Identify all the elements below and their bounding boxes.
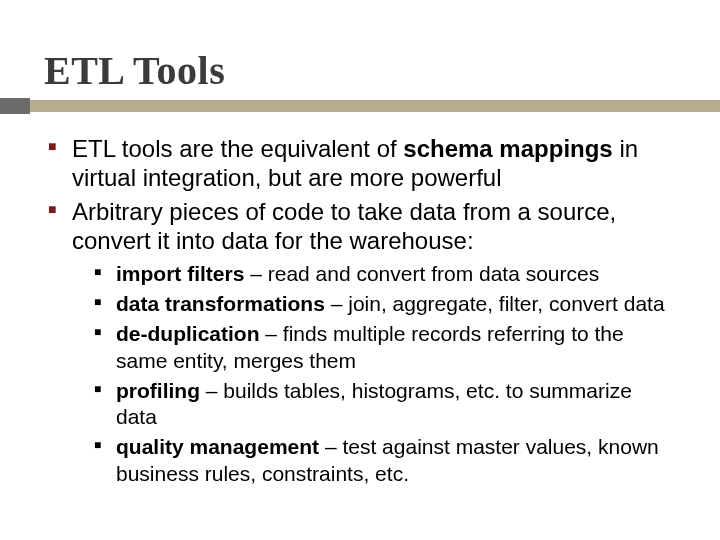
- rule-dark-accent: [0, 98, 30, 114]
- rule-light-bar: [0, 100, 720, 112]
- sub-bullet-bold: profiling: [116, 379, 200, 402]
- sub-bullet-text: – join, aggregate, filter, convert data: [325, 292, 665, 315]
- sub-bullet-text: – read and convert from data sources: [244, 262, 599, 285]
- sub-bullet-item: profiling – builds tables, histograms, e…: [116, 378, 676, 432]
- bullet-list: ETL tools are the equivalent of schema m…: [44, 134, 676, 488]
- sub-bullet-list: import filters – read and convert from d…: [72, 261, 676, 488]
- bullet-item: ETL tools are the equivalent of schema m…: [72, 134, 676, 193]
- sub-bullet-item: quality management – test against master…: [116, 434, 676, 488]
- sub-bullet-bold: data transformations: [116, 292, 325, 315]
- slide-title: ETL Tools: [44, 50, 676, 92]
- sub-bullet-bold: import filters: [116, 262, 244, 285]
- sub-bullet-item: de-duplication – finds multiple records …: [116, 321, 676, 375]
- bullet-text: ETL tools are the equivalent of: [72, 135, 403, 162]
- title-rule: [44, 98, 676, 114]
- slide: ETL Tools ETL tools are the equivalent o…: [0, 0, 720, 540]
- bullet-item: Arbitrary pieces of code to take data fr…: [72, 197, 676, 489]
- sub-bullet-bold: quality management: [116, 435, 319, 458]
- sub-bullet-bold: de-duplication: [116, 322, 260, 345]
- bullet-bold: schema mappings: [403, 135, 612, 162]
- sub-bullet-item: data transformations – join, aggregate, …: [116, 291, 676, 318]
- sub-bullet-item: import filters – read and convert from d…: [116, 261, 676, 288]
- bullet-text: Arbitrary pieces of code to take data fr…: [72, 198, 616, 254]
